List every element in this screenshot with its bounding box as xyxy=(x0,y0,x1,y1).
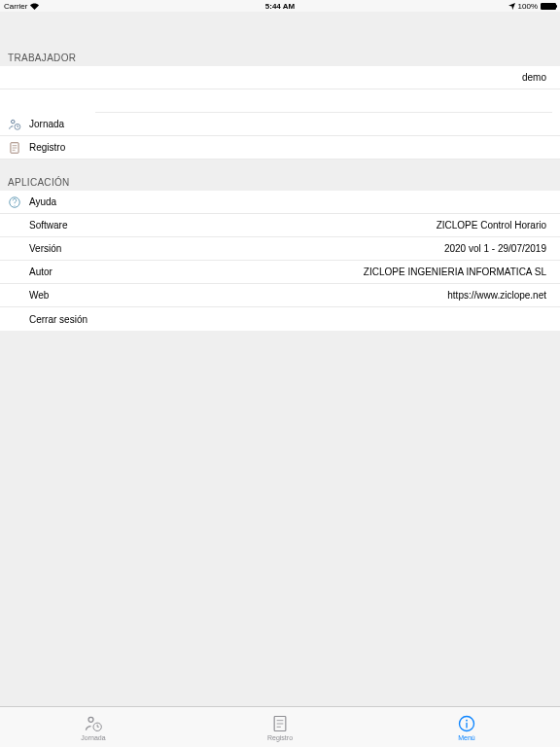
svg-point-8 xyxy=(88,717,93,722)
row-version: Versión 2020 vol 1 - 29/07/2019 xyxy=(0,237,560,261)
separator xyxy=(0,89,560,113)
version-label: Versión xyxy=(29,243,61,254)
section-header-aplicacion: APLICACIÓN xyxy=(0,160,560,191)
wifi-icon xyxy=(30,3,39,10)
battery-icon xyxy=(541,3,556,10)
svg-rect-16 xyxy=(466,722,467,728)
location-icon xyxy=(508,3,515,10)
document-icon xyxy=(270,714,290,733)
person-clock-icon xyxy=(84,714,103,733)
person-clock-icon xyxy=(8,118,21,131)
row-registro[interactable]: Registro xyxy=(0,136,560,160)
autor-value: ZICLOPE INGENIERIA INFORMATICA SL xyxy=(364,267,552,277)
software-label: Software xyxy=(29,220,67,231)
help-icon xyxy=(8,196,21,209)
autor-label: Autor xyxy=(29,267,52,277)
row-user: demo xyxy=(0,66,560,89)
registro-label: Registro xyxy=(29,142,65,153)
user-value: demo xyxy=(522,72,552,83)
carrier-label: Carrier xyxy=(4,2,27,11)
svg-point-7 xyxy=(15,204,16,205)
row-web[interactable]: Web https://www.ziclope.net xyxy=(0,284,560,307)
tab-menu-label: Menú xyxy=(458,734,475,741)
row-ayuda[interactable]: Ayuda xyxy=(0,191,560,214)
svg-point-15 xyxy=(466,719,468,721)
jornada-label: Jornada xyxy=(29,119,64,129)
section-header-trabajador: TRABAJADOR xyxy=(0,12,560,66)
software-value: ZICLOPE Control Horario xyxy=(437,220,552,231)
svg-point-0 xyxy=(12,120,16,124)
row-jornada[interactable]: Jornada xyxy=(0,113,560,136)
info-icon xyxy=(457,714,476,733)
cerrar-label: Cerrar sesión xyxy=(29,314,88,325)
clock: 5:44 AM xyxy=(265,2,295,11)
version-value: 2020 vol 1 - 29/07/2019 xyxy=(444,243,552,254)
row-cerrar-sesion[interactable]: Cerrar sesión xyxy=(0,307,560,331)
web-label: Web xyxy=(29,290,49,301)
document-icon xyxy=(8,141,21,155)
main-content: TRABAJADOR demo Jornada Registro APLICAC… xyxy=(0,12,560,702)
tab-registro-label: Registro xyxy=(267,734,293,741)
tab-menu[interactable]: Menú xyxy=(373,707,560,747)
battery-percent: 100% xyxy=(518,2,538,11)
tab-jornada[interactable]: Jornada xyxy=(0,707,187,747)
tab-bar: Jornada Registro Menú xyxy=(0,706,560,747)
row-autor: Autor ZICLOPE INGENIERIA INFORMATICA SL xyxy=(0,261,560,284)
row-software: Software ZICLOPE Control Horario xyxy=(0,214,560,237)
ayuda-label: Ayuda xyxy=(29,196,56,207)
web-value: https://www.ziclope.net xyxy=(447,290,552,301)
status-bar: Carrier 5:44 AM 100% xyxy=(0,0,560,12)
tab-registro[interactable]: Registro xyxy=(187,707,373,747)
tab-jornada-label: Jornada xyxy=(81,734,105,741)
